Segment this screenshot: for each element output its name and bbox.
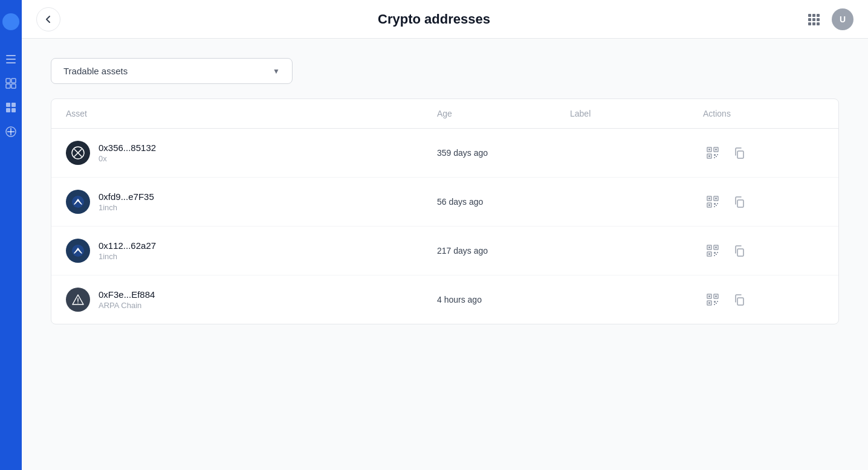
dropdown-container: Tradable assets ▼ xyxy=(51,58,839,84)
svg-rect-55 xyxy=(708,253,710,255)
svg-rect-32 xyxy=(714,154,716,156)
svg-rect-17 xyxy=(808,18,811,21)
actions-cell-2 xyxy=(703,192,824,211)
sidebar-item-3[interactable] xyxy=(0,97,22,118)
svg-rect-27 xyxy=(708,149,710,150)
copy-button-3[interactable] xyxy=(730,241,749,260)
column-age: Age xyxy=(437,109,570,118)
age-cell-2: 56 days ago xyxy=(437,197,570,207)
sidebar-logo xyxy=(0,5,22,39)
qr-code-button-2[interactable] xyxy=(703,192,722,211)
svg-rect-58 xyxy=(714,255,715,256)
table-row: 0xF3e...Ef884 ARPA Chain 4 hours ago xyxy=(51,275,838,324)
copy-button-2[interactable] xyxy=(730,192,749,211)
asset-ticker-4: ARPA Chain xyxy=(99,301,155,310)
svg-rect-33 xyxy=(717,154,718,155)
svg-rect-18 xyxy=(812,18,815,21)
header-left xyxy=(36,7,60,31)
table-row: 0xfd9...e7F35 1inch 56 days ago xyxy=(51,178,838,227)
svg-rect-6 xyxy=(11,84,16,88)
svg-rect-43 xyxy=(708,204,710,206)
svg-rect-2 xyxy=(6,62,16,63)
svg-rect-9 xyxy=(6,108,10,112)
svg-rect-34 xyxy=(714,157,715,158)
svg-rect-47 xyxy=(716,205,717,206)
grid-icon[interactable] xyxy=(803,8,824,30)
asset-cell-3: 0x112...62a27 1inch xyxy=(66,239,437,263)
svg-point-63 xyxy=(77,303,79,304)
asset-icon-4 xyxy=(66,288,90,312)
svg-rect-69 xyxy=(708,302,710,304)
asset-address-2: 0xfd9...e7F35 xyxy=(99,192,154,202)
svg-rect-19 xyxy=(817,18,820,21)
asset-icon-3 xyxy=(66,239,90,263)
svg-rect-0 xyxy=(6,55,16,56)
svg-rect-5 xyxy=(6,84,10,88)
svg-rect-14 xyxy=(808,14,811,17)
sidebar-item-1[interactable] xyxy=(0,48,22,70)
asset-info-2: 0xfd9...e7F35 1inch xyxy=(99,192,154,212)
back-button[interactable] xyxy=(36,7,60,31)
svg-rect-8 xyxy=(11,103,16,107)
qr-code-button-3[interactable] xyxy=(703,241,722,260)
svg-rect-57 xyxy=(717,252,718,253)
asset-icon-1 xyxy=(66,141,90,165)
page-title: Crypto addresses xyxy=(378,11,490,27)
svg-rect-13 xyxy=(7,131,15,132)
sidebar xyxy=(0,0,22,470)
logo-circle xyxy=(2,13,19,30)
svg-rect-1 xyxy=(6,59,16,60)
svg-rect-46 xyxy=(714,206,715,207)
svg-rect-59 xyxy=(716,254,717,255)
main-wrapper: Crypto addresses U xyxy=(22,0,868,470)
svg-rect-44 xyxy=(714,203,716,205)
content-area: Tradable assets ▼ Asset Age Label Action… xyxy=(22,39,868,470)
asset-info-3: 0x112...62a27 1inch xyxy=(99,240,156,261)
svg-rect-16 xyxy=(817,14,820,17)
actions-cell-3 xyxy=(703,241,824,260)
age-cell-4: 4 hours ago xyxy=(437,295,570,304)
tradable-assets-dropdown[interactable]: Tradable assets ▼ xyxy=(51,58,293,84)
user-avatar[interactable]: U xyxy=(832,8,853,30)
header-right: U xyxy=(803,8,853,30)
svg-rect-35 xyxy=(716,156,717,157)
svg-rect-56 xyxy=(714,252,716,254)
svg-rect-74 xyxy=(737,298,743,305)
copy-button-1[interactable] xyxy=(730,143,749,163)
svg-rect-71 xyxy=(717,301,718,302)
asset-ticker-2: 1inch xyxy=(99,203,154,212)
svg-rect-15 xyxy=(812,14,815,17)
column-actions: Actions xyxy=(703,109,824,118)
svg-rect-36 xyxy=(737,151,743,158)
asset-info-4: 0xF3e...Ef884 ARPA Chain xyxy=(99,289,155,310)
qr-code-button-4[interactable] xyxy=(703,290,722,309)
svg-rect-53 xyxy=(715,246,717,248)
svg-rect-29 xyxy=(715,149,717,150)
actions-cell-1 xyxy=(703,143,824,163)
column-asset: Asset xyxy=(66,109,437,118)
column-label: Label xyxy=(570,109,703,118)
asset-ticker-1: 0x xyxy=(99,154,156,163)
sidebar-item-4[interactable] xyxy=(0,121,22,143)
sidebar-item-2[interactable] xyxy=(0,72,22,94)
svg-rect-39 xyxy=(708,198,710,199)
svg-rect-73 xyxy=(716,303,717,304)
svg-rect-20 xyxy=(808,22,811,25)
table-header: Asset Age Label Actions xyxy=(51,99,838,129)
header: Crypto addresses U xyxy=(22,0,868,39)
svg-rect-3 xyxy=(6,79,10,83)
svg-rect-48 xyxy=(737,200,743,207)
sidebar-nav xyxy=(0,48,22,143)
asset-cell-1: 0x356...85132 0x xyxy=(66,141,437,165)
svg-point-37 xyxy=(72,196,84,208)
asset-address-3: 0x112...62a27 xyxy=(99,240,156,251)
svg-rect-41 xyxy=(715,198,717,199)
svg-rect-65 xyxy=(708,295,710,297)
svg-point-49 xyxy=(72,245,84,257)
svg-rect-60 xyxy=(737,249,743,256)
svg-rect-72 xyxy=(714,304,715,305)
svg-rect-4 xyxy=(11,79,16,83)
qr-code-button-1[interactable] xyxy=(703,143,722,163)
svg-rect-10 xyxy=(11,108,16,112)
copy-button-4[interactable] xyxy=(730,290,749,309)
